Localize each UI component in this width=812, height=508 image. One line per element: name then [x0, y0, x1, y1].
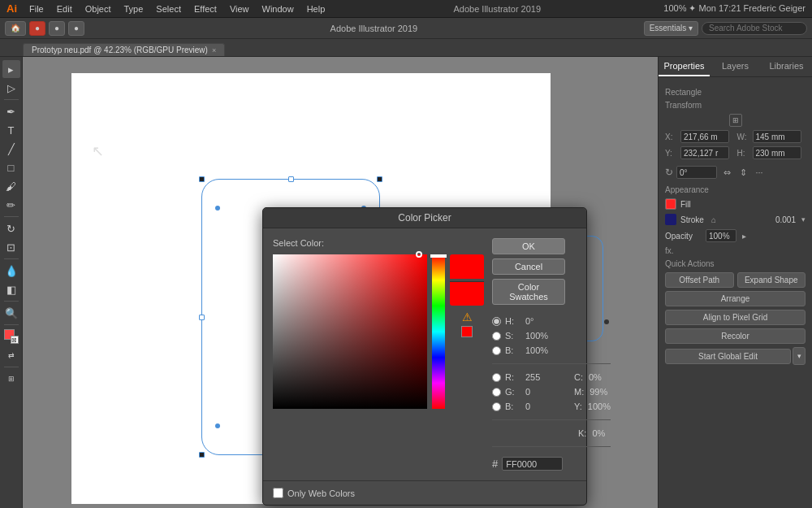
cp-preview-old-color: [450, 281, 484, 306]
menu-help[interactable]: Help: [301, 2, 331, 15]
fill-label: Fill: [680, 200, 691, 209]
tool-type[interactable]: T: [2, 121, 20, 139]
offset-path-button[interactable]: Offset Path: [665, 272, 734, 288]
cp-k-value: 0%: [592, 428, 605, 438]
cp-hex-input[interactable]: [502, 457, 563, 471]
cp-hue-slider[interactable]: [432, 254, 445, 409]
cp-gradient-picker[interactable]: [273, 254, 427, 409]
menu-select[interactable]: Select: [150, 2, 187, 15]
tool-select[interactable]: ▸: [2, 60, 20, 78]
left-toolbar: ▸ ▷ ✒ T ╱ □ 🖌 ✏ ↻ ⊡ 💧 ◧ 🔍 ⊠ ⇄ ⊞: [0, 57, 23, 508]
transform-x-input[interactable]: [680, 130, 729, 143]
flip-v-icon[interactable]: ⇕: [736, 166, 749, 179]
tool-separator-3: [4, 258, 19, 259]
cp-s-radio[interactable]: [492, 332, 501, 341]
panel-transform-label: Transform: [665, 101, 806, 110]
tool-line[interactable]: ╱: [2, 140, 20, 158]
search-input[interactable]: [702, 22, 807, 35]
tool-rotate[interactable]: ↻: [2, 219, 20, 237]
transform-y-input[interactable]: [680, 146, 729, 159]
more-options-icon[interactable]: ···: [753, 166, 766, 179]
align-pixel-button[interactable]: Align to Pixel Grid: [665, 310, 806, 325]
cp-b2-radio[interactable]: [492, 402, 501, 411]
menu-effect[interactable]: Effect: [188, 2, 222, 15]
panel-rectangle-label: Rectangle: [665, 88, 806, 97]
toolbar-home-btn[interactable]: 🏠: [5, 21, 26, 36]
tool-separator-2: [4, 216, 19, 217]
stroke-value: 0.001: [775, 215, 796, 224]
color-picker-body: Select Color:: [263, 228, 586, 480]
menu-object[interactable]: Object: [80, 2, 117, 15]
tab-layers[interactable]: Layers: [710, 57, 761, 76]
cp-only-web-colors-label[interactable]: Only Web Colors: [273, 488, 355, 498]
fill-swatch[interactable]: [665, 198, 676, 210]
toolbar-title: Adobe Illustrator 2019: [107, 24, 641, 33]
expand-shape-button[interactable]: Expand Shape: [737, 272, 806, 288]
tool-eyedropper[interactable]: 💧: [2, 262, 20, 280]
toolbar-max-btn[interactable]: ●: [68, 21, 84, 36]
cp-gradient-inner: [273, 254, 427, 409]
essentials-btn[interactable]: Essentials ▾: [644, 21, 698, 36]
tool-scale[interactable]: ⊡: [2, 238, 20, 256]
opacity-label: Opacity: [665, 232, 702, 241]
start-global-dropdown-icon[interactable]: ▾: [793, 347, 806, 365]
cp-k-row: K: 0%: [492, 428, 611, 438]
cp-right-panel: OK Cancel Color Swatches H: 0° S:: [492, 238, 611, 471]
transform-h-input[interactable]: [753, 146, 801, 159]
cp-footer: Only Web Colors: [263, 480, 586, 505]
cp-out-of-gamut-warning[interactable]: ⚠: [462, 310, 473, 323]
tool-gradient[interactable]: ◧: [2, 280, 20, 298]
start-global-edit-button[interactable]: Start Global Edit: [665, 349, 791, 364]
cp-hsb-h-row: H: 0°: [492, 316, 611, 326]
tab-libraries[interactable]: Libraries: [761, 57, 812, 76]
cp-g-radio[interactable]: [492, 388, 501, 397]
cp-color-swatches-button[interactable]: Color Swatches: [492, 279, 565, 305]
appearance-fill-row: Fill: [665, 198, 806, 210]
menu-window[interactable]: Window: [257, 2, 300, 15]
menu-type[interactable]: Type: [119, 2, 149, 15]
tool-artboard[interactable]: ⊞: [2, 370, 20, 388]
toolbar-close-btn[interactable]: ●: [29, 21, 45, 36]
tab-properties[interactable]: Properties: [659, 57, 710, 76]
flip-h-icon[interactable]: ⇔: [720, 166, 733, 179]
cp-gamut-color-box[interactable]: [461, 326, 473, 337]
cp-r-radio[interactable]: [492, 373, 501, 382]
toolbar-min-btn[interactable]: ●: [49, 21, 65, 36]
cp-only-web-colors-checkbox[interactable]: [273, 488, 283, 498]
cp-b-radio[interactable]: [492, 346, 501, 355]
tool-separator-1: [4, 99, 19, 100]
cp-h-radio[interactable]: [492, 317, 501, 326]
canvas-area[interactable]: ↖ Color Picker Select Color:: [23, 57, 658, 508]
tool-direct-select[interactable]: ▷: [2, 79, 20, 97]
fx-button[interactable]: fx.: [665, 246, 806, 255]
panel-quick-actions-label: Quick Actions: [665, 259, 806, 268]
doc-tab-active[interactable]: Prototyp neu.pdf @ 42.23% (RGB/GPU Previ…: [23, 43, 225, 56]
toolbar-row: 🏠 ● ● ● Adobe Illustrator 2019 Essential…: [0, 18, 812, 39]
cp-rgb-b-row: B: 0 Y: 100%: [492, 402, 611, 411]
tool-rect[interactable]: □: [2, 158, 20, 176]
recolor-button[interactable]: Recolor: [665, 328, 806, 344]
rotate-input[interactable]: [676, 166, 717, 179]
opacity-input[interactable]: [706, 229, 736, 242]
tool-zoom[interactable]: 🔍: [2, 304, 20, 322]
opacity-arrow-icon[interactable]: ▸: [742, 232, 746, 241]
tool-paintbrush[interactable]: 🖌: [2, 177, 20, 195]
cp-divider-3: [492, 446, 611, 447]
doc-tab-close[interactable]: ×: [212, 46, 216, 54]
stroke-dropdown-icon[interactable]: ▾: [801, 215, 806, 224]
transform-w-input[interactable]: [753, 130, 801, 143]
tool-swap-colors[interactable]: ⇄: [2, 346, 20, 364]
tool-pencil[interactable]: ✏: [2, 196, 20, 214]
cp-y-label: Y:: [574, 402, 582, 411]
tool-fill-color[interactable]: ⊠: [2, 328, 20, 345]
cp-hsb-b-row: B: 100%: [492, 345, 611, 355]
arrange-button[interactable]: Arrange: [665, 291, 806, 306]
cp-cancel-button[interactable]: Cancel: [492, 258, 565, 275]
tool-pen[interactable]: ✒: [2, 102, 20, 120]
stroke-swatch[interactable]: [665, 214, 676, 225]
rotate-row: ↻ ⇔ ⇕ ···: [665, 166, 806, 179]
menu-edit[interactable]: Edit: [51, 2, 78, 15]
menu-file[interactable]: File: [24, 2, 50, 15]
cp-ok-button[interactable]: OK: [492, 238, 565, 254]
menu-view[interactable]: View: [224, 2, 255, 15]
